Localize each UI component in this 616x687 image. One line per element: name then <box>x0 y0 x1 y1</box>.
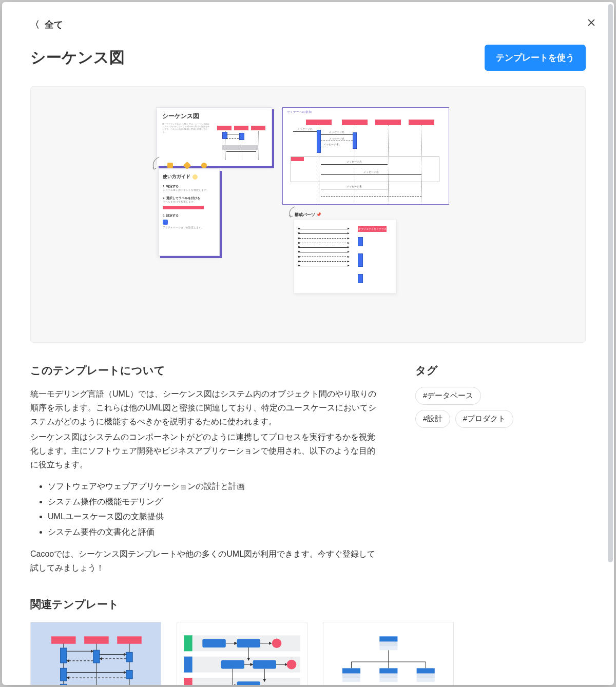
svg-rect-0 <box>51 636 76 643</box>
about-paragraph: シーケンス図はシステムのコンポーネントがどのように連携してプロセスを実行するかを… <box>30 430 379 472</box>
template-detail-modal: 〈 全て シーケンス図 テンプレートを使う シーケンス図 統一モデリング言語（U… <box>2 2 614 685</box>
back-label: 全て <box>45 18 63 31</box>
svg-rect-54 <box>416 668 434 673</box>
about-bullet-list: ソフトウェアやウェブアプリケーションの設計と計画 システム操作の機能モデリング … <box>48 479 379 539</box>
svg-rect-27 <box>237 639 260 647</box>
about-bullet: ソフトウェアやウェブアプリケーションの設計と計画 <box>48 479 379 494</box>
page-title: シーケンス図 <box>30 47 125 68</box>
about-bullet: システム操作の機能モデリング <box>48 494 379 509</box>
svg-point-29 <box>272 638 281 648</box>
svg-rect-38 <box>237 681 260 685</box>
svg-point-35 <box>286 659 296 669</box>
svg-rect-40 <box>379 636 397 641</box>
lightbulb-icon <box>192 174 198 180</box>
chevron-left-icon: 〈 <box>30 20 40 29</box>
svg-rect-24 <box>184 678 192 685</box>
svg-rect-48 <box>342 668 360 673</box>
preview-sheet-title: 使い方ガイド <box>163 173 215 180</box>
tag-chip[interactable]: #設計 <box>415 410 450 428</box>
preview-sheet-sequence: セミナーへの参加 メッセージ名 メッセージ名 メッセージ名 メッセージ名 <box>282 107 449 205</box>
svg-rect-23 <box>184 656 192 672</box>
tags-section: タグ #データベース #設計 #プロダクト <box>415 363 518 428</box>
connector-arrow-icon <box>149 156 161 170</box>
about-paragraph: 統一モデリング言語（UML）では、シーケンス図はシステム内のオブジェクト間のやり… <box>30 387 379 429</box>
tag-chip[interactable]: #プロダクト <box>455 410 513 428</box>
svg-rect-11 <box>126 670 132 679</box>
svg-rect-42 <box>379 646 397 650</box>
svg-rect-22 <box>184 635 192 651</box>
pin-icon: 📌 <box>316 212 321 217</box>
svg-rect-55 <box>416 673 434 677</box>
svg-rect-32 <box>253 660 276 669</box>
use-template-button[interactable]: テンプレートを使う <box>485 45 586 71</box>
preview-sheet-guide: 使い方ガイド 1. 特定するシステムコンポーネントを特定します。 2. 選択して… <box>158 169 220 256</box>
svg-rect-7 <box>60 668 66 681</box>
svg-rect-49 <box>342 673 360 677</box>
related-title: 関連テンプレート <box>30 597 586 612</box>
back-link[interactable]: 〈 全て <box>30 18 63 31</box>
about-bullet: UMLユースケース図の文脈提供 <box>48 509 379 524</box>
related-template-card[interactable]: UMLシーケンス図 <box>30 622 161 685</box>
related-thumb-activity <box>177 622 307 685</box>
about-bullet: システム要件の文書化と評価 <box>48 524 379 540</box>
preview-sheet-parts-title: 構成パーツ 📌 <box>295 212 321 218</box>
related-thumb-class <box>323 622 454 685</box>
preview-sheet-parts: オブジェクト名：クラス <box>294 219 396 293</box>
svg-rect-6 <box>60 648 66 663</box>
svg-rect-31 <box>221 660 244 669</box>
tag-chip[interactable]: #データベース <box>415 387 481 405</box>
template-preview-panel: シーケンス図 統一モデリング言語（UML）では、シーケンス図はシステム内のオブジ… <box>30 86 586 343</box>
about-title: このテンプレートについて <box>30 363 379 378</box>
svg-rect-51 <box>379 668 397 673</box>
related-template-card[interactable]: アクティビティ図 <box>177 622 307 685</box>
gear-icon <box>163 220 168 225</box>
related-template-card[interactable]: クラス図 <box>323 622 454 685</box>
tags-title: タグ <box>415 363 518 378</box>
related-templates-row: UMLシーケンス図 <box>30 622 586 685</box>
about-section: このテンプレートについて 統一モデリング言語（UML）では、シーケンス図はシステ… <box>30 363 379 576</box>
svg-rect-41 <box>379 641 397 645</box>
preview-sheet-overview: シーケンス図 統一モデリング言語（UML）では、シーケンス図はシステム内のオブジ… <box>157 107 272 166</box>
svg-rect-50 <box>342 678 360 682</box>
svg-rect-25 <box>202 639 225 647</box>
svg-rect-53 <box>379 678 397 682</box>
preview-sheet-title: シーケンス図 <box>162 112 266 121</box>
svg-rect-10 <box>126 652 132 662</box>
about-closing: Cacooでは、シーケンス図テンプレートや他の多くのUML図が利用できます。今す… <box>30 547 379 575</box>
svg-rect-1 <box>84 636 109 643</box>
related-thumb-sequence <box>30 622 161 685</box>
svg-rect-9 <box>93 650 99 663</box>
svg-rect-2 <box>117 636 142 643</box>
svg-rect-52 <box>379 673 397 677</box>
svg-rect-56 <box>416 678 434 682</box>
svg-rect-8 <box>60 684 66 685</box>
